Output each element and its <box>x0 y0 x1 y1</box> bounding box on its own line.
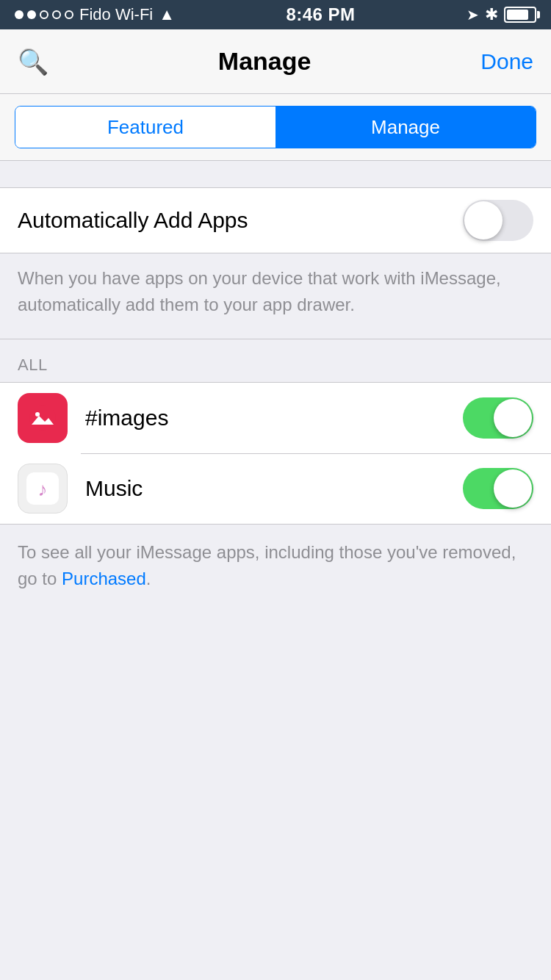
all-header-label: ALL <box>18 356 48 374</box>
auto-add-apps-label: Automatically Add Apps <box>18 208 248 233</box>
signal-dots <box>15 10 73 19</box>
battery-indicator <box>504 7 536 23</box>
page-title: Manage <box>218 47 311 76</box>
nav-bar: 🔍 Manage Done <box>0 29 551 94</box>
music-icon-svg: ♪ <box>26 472 59 505</box>
auto-add-description-text: When you have apps on your device that w… <box>18 265 533 318</box>
bluetooth-icon: ✱ <box>485 5 498 24</box>
music-toggle[interactable] <box>463 468 533 509</box>
svg-point-1 <box>35 412 40 417</box>
music-toggle-knob <box>494 469 532 508</box>
footer-section: To see all your iMessage apps, including… <box>0 525 551 614</box>
app-list: #images ♪ Music <box>0 382 551 525</box>
footer-text: To see all your iMessage apps, including… <box>18 539 533 592</box>
auto-add-apps-section: Automatically Add Apps <box>0 187 551 253</box>
app-row-images: #images <box>0 383 551 453</box>
location-icon: ➤ <box>467 6 479 24</box>
images-app-icon <box>18 393 68 443</box>
status-right: ➤ ✱ <box>467 5 536 24</box>
wifi-icon: ▲ <box>159 5 175 24</box>
status-time: 8:46 PM <box>286 4 355 25</box>
images-icon-svg <box>29 404 57 432</box>
signal-dot-2 <box>27 10 36 19</box>
app-row-music: ♪ Music <box>0 453 551 524</box>
carrier-label: Fido Wi-Fi <box>79 5 153 24</box>
purchased-link[interactable]: Purchased <box>62 569 146 588</box>
signal-dot-4 <box>52 10 61 19</box>
auto-add-description: When you have apps on your device that w… <box>0 253 551 339</box>
footer-text-end: . <box>146 569 151 588</box>
search-icon[interactable]: 🔍 <box>18 47 48 76</box>
status-bar: Fido Wi-Fi ▲ 8:46 PM ➤ ✱ <box>0 0 551 29</box>
battery-fill <box>507 10 528 20</box>
tab-manage[interactable]: Manage <box>276 107 536 148</box>
signal-dot-5 <box>65 10 73 19</box>
svg-point-0 <box>29 405 56 431</box>
all-section-header: ALL <box>0 339 551 382</box>
images-toggle-knob <box>494 399 532 437</box>
done-button[interactable]: Done <box>480 49 533 74</box>
auto-add-apps-row: Automatically Add Apps <box>0 188 551 253</box>
svg-text:♪: ♪ <box>38 478 48 500</box>
images-toggle[interactable] <box>463 397 533 439</box>
auto-add-apps-toggle[interactable] <box>463 200 533 241</box>
segment-container: Featured Manage <box>0 94 551 161</box>
images-app-name: #images <box>85 406 463 430</box>
signal-dot-3 <box>40 10 48 19</box>
status-left: Fido Wi-Fi ▲ <box>15 5 175 24</box>
music-app-icon: ♪ <box>18 464 68 514</box>
signal-dot-1 <box>15 10 24 19</box>
tab-featured[interactable]: Featured <box>15 107 276 148</box>
section-spacer-1 <box>0 161 551 187</box>
toggle-knob <box>464 201 503 239</box>
segment-control: Featured Manage <box>15 106 536 148</box>
music-app-name: Music <box>85 476 463 501</box>
